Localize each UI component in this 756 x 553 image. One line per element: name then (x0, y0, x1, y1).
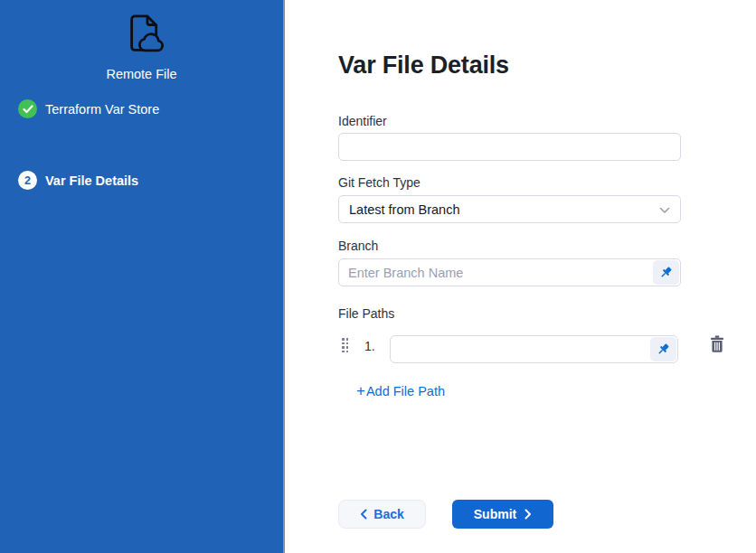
page-title: Var File Details (338, 52, 509, 80)
sidebar-step-terraform-var-store[interactable]: Terraform Var Store (18, 99, 159, 118)
chevron-down-icon (659, 202, 670, 218)
branch-input[interactable] (338, 258, 681, 286)
remote-file-icon (0, 12, 283, 61)
branch-field (338, 258, 681, 286)
back-button-label: Back (373, 507, 403, 521)
git-fetch-type-value: Latest from Branch (349, 202, 659, 217)
sidebar-step-var-file-details[interactable]: 2 Var File Details (18, 171, 138, 190)
file-path-field (390, 335, 678, 363)
remote-file-label: Remote File (0, 67, 283, 81)
add-file-path-label: Add File Path (366, 384, 445, 398)
trash-icon (709, 335, 725, 352)
add-file-path-link[interactable]: + Add File Path (356, 383, 445, 398)
file-path-input[interactable] (390, 335, 678, 363)
step-number-badge: 2 (18, 171, 37, 190)
chevron-left-icon (360, 509, 367, 520)
file-path-pin-button[interactable] (650, 337, 676, 361)
back-button[interactable]: Back (338, 500, 426, 529)
pin-icon (657, 342, 670, 356)
pin-icon (659, 266, 673, 279)
var-file-details-panel: Var File Details Identifier Git Fetch Ty… (287, 0, 756, 553)
wizard-sidebar: Remote File Terraform Var Store 2 Var Fi… (0, 0, 285, 553)
delete-file-path-button[interactable] (708, 335, 726, 353)
submit-button[interactable]: Submit (452, 500, 553, 529)
git-fetch-type-label: Git Fetch Type (338, 175, 421, 190)
identifier-input[interactable] (338, 133, 681, 161)
branch-label: Branch (338, 239, 378, 253)
drag-handle[interactable] (342, 338, 350, 353)
step-complete-check-icon (18, 99, 37, 118)
file-path-row-index: 1. (364, 339, 375, 353)
identifier-label: Identifier (338, 114, 387, 128)
step-label: Var File Details (45, 173, 138, 188)
plus-icon: + (356, 383, 365, 398)
git-fetch-type-select[interactable]: Latest from Branch (338, 195, 681, 223)
branch-pin-button[interactable] (653, 260, 679, 285)
file-paths-label: File Paths (338, 306, 394, 321)
chevron-right-icon (524, 509, 532, 520)
step-label: Terraform Var Store (45, 102, 159, 117)
submit-button-label: Submit (474, 507, 516, 521)
